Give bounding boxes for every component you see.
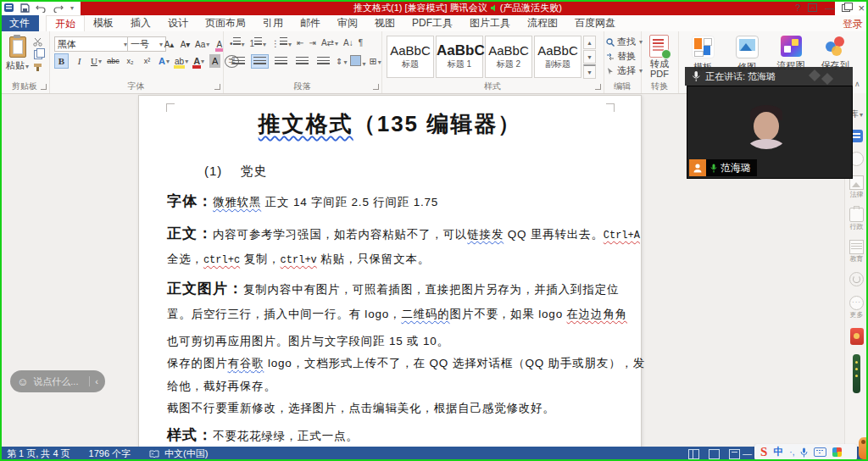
font-color-button[interactable]: A▾ [192,54,205,68]
tab-邮件[interactable]: 邮件 [292,15,329,32]
tab-页面布局[interactable]: 页面布局 [197,15,254,32]
word-app-icon[interactable] [4,3,14,13]
tab-视图[interactable]: 视图 [366,15,403,32]
find-button[interactable]: 查找▾ [606,36,643,48]
redo-icon[interactable] [53,3,64,13]
italic-button[interactable]: I [73,54,86,68]
format-painter-icon[interactable] [32,62,43,72]
read-mode-icon[interactable] [688,449,699,459]
paragraph-dialog-launcher[interactable] [373,84,379,90]
ribbon-display-options-icon[interactable] [808,3,817,12]
asian-layout-icon[interactable]: A⇄▾ [321,38,338,47]
word-count[interactable]: 1796 个字 [89,447,131,460]
tab-引用[interactable]: 引用 [254,15,292,32]
highlight-color-button[interactable]: ab▾ [175,54,188,68]
increase-indent-icon[interactable]: ⇥ [309,38,316,47]
qat-customize-icon[interactable]: ▾ [70,4,74,12]
document-page[interactable]: 推文格式（135 编辑器）(1) 党史字体：微雅软黑 正文 14 字间距 2.5… [138,95,642,448]
sidebar-item-法律[interactable]: 法律 [849,175,864,198]
bullet-list-icon[interactable]: •▾ [230,37,245,48]
tab-设计[interactable]: 设计 [159,15,197,32]
shrink-font-button[interactable]: A▾ [179,37,192,51]
cut-icon[interactable] [32,36,43,47]
undo-icon[interactable] [36,3,47,13]
ime-toolbox-icon[interactable] [832,447,842,457]
sidebar-item-red[interactable] [850,328,864,345]
page-indicator[interactable]: 第 1 页, 共 4 页 [7,447,70,460]
ime-keyboard-icon[interactable] [814,447,826,457]
ime-mic-icon[interactable] [800,447,808,458]
chat-collapse-icon[interactable]: ‹ [95,376,98,386]
close-button[interactable]: × [858,2,865,14]
ime-pendant-icon[interactable] [859,437,868,459]
align-left-button[interactable] [230,54,248,69]
convert-to-pdf-button[interactable] [649,35,669,58]
paste-button[interactable]: 粘贴▾ [6,36,29,72]
justify-button[interactable] [293,54,311,69]
select-button[interactable]: 选择▾ [606,64,643,77]
character-shading-button[interactable]: A [209,54,220,68]
underline-button[interactable]: U▾ [90,54,103,68]
line-spacing-button[interactable]: ⇕▾ [336,57,347,66]
strikethrough-button[interactable]: abc [107,54,120,68]
numbered-list-icon[interactable]: 1▾ [250,37,267,48]
meeting-chat-bubble[interactable]: ☺ 说点什么... ‹ [10,370,105,392]
tab-开始[interactable]: 开始 [46,15,85,32]
tab-插入[interactable]: 插入 [122,15,159,32]
font-name-combobox[interactable]: 黑体▾ [54,36,131,52]
change-case-button[interactable]: Aa▾ [195,37,209,51]
clipboard-dialog-launcher[interactable] [41,84,47,90]
tab-模板[interactable]: 模板 [85,15,122,32]
show-marks-icon[interactable]: ¶ [359,38,363,47]
tab-流程图[interactable]: 流程图 [519,15,566,32]
login-link[interactable]: 登录 [843,17,863,31]
emoji-icon[interactable]: ☺ [17,376,28,387]
decrease-indent-icon[interactable]: ⇤ [297,38,303,47]
style-card-标题[interactable]: AaBbC标题 [387,36,434,78]
distribute-button[interactable] [314,54,332,69]
language-indicator[interactable]: 中文(中国) [164,447,208,460]
tab-PDF工具[interactable]: PDF工具 [403,15,461,32]
sidebar-item-pen[interactable] [853,354,860,393]
align-center-button[interactable] [251,54,269,69]
sidebar-item-refresh[interactable] [849,272,864,286]
chat-input-placeholder[interactable]: 说点什么... [33,375,84,388]
style-card-标题 1[interactable]: AaBbC标题 1 [436,36,483,78]
styles-dialog-launcher[interactable] [595,84,601,90]
meeting-video-tile[interactable]: 范海璐 [687,86,853,179]
tab-file[interactable]: 文件 [0,15,39,31]
collapse-ribbon-icon[interactable]: ∧ [854,80,860,88]
sogou-logo-icon[interactable]: S [760,446,767,458]
save-icon[interactable] [20,3,30,13]
restore-button[interactable] [842,4,850,12]
tab-百度网盘[interactable]: 百度网盘 [566,15,624,32]
copy-icon[interactable] [32,49,43,59]
style-scroll-down-icon[interactable]: ▼ [583,50,596,64]
sidebar-item-更多[interactable]: ···更多 [849,296,864,319]
grow-font-button[interactable]: A▴ [163,37,175,51]
style-scroll-up-icon[interactable]: ▲ [583,36,596,49]
multilevel-list-icon[interactable]: ⋮▾ [271,37,292,48]
superscript-button[interactable]: x² [141,54,153,68]
tab-审阅[interactable]: 审阅 [329,15,366,32]
tab-图片工具[interactable]: 图片工具 [461,15,519,32]
text-effects-button[interactable]: A▾ [158,54,170,68]
proofing-icon[interactable] [149,449,159,458]
sort-icon[interactable]: A↓ [343,38,353,47]
subscript-button[interactable]: x₂ [124,54,136,68]
web-layout-icon[interactable] [729,449,740,459]
minimize-button[interactable]: — [825,3,834,13]
sidebar-item-教育[interactable]: 教育 [849,240,864,263]
font-dialog-launcher[interactable] [214,84,220,90]
style-card-副标题[interactable]: AaBbC副标题 [534,36,581,78]
font-size-combobox[interactable]: 一号▾ [127,36,166,52]
shading-button[interactable]: ▾ [350,55,365,68]
ime-punctuation-toggle[interactable]: ·, [789,447,794,457]
borders-button[interactable]: ⊞▾ [369,56,381,67]
align-right-button[interactable] [272,54,290,69]
print-layout-icon[interactable] [709,449,720,459]
bold-button[interactable]: B [54,53,69,69]
style-card-标题 2[interactable]: AaBbC标题 2 [485,36,532,78]
help-button[interactable]: ? [795,3,800,13]
sidebar-item-行政[interactable]: 行政 [849,208,864,230]
